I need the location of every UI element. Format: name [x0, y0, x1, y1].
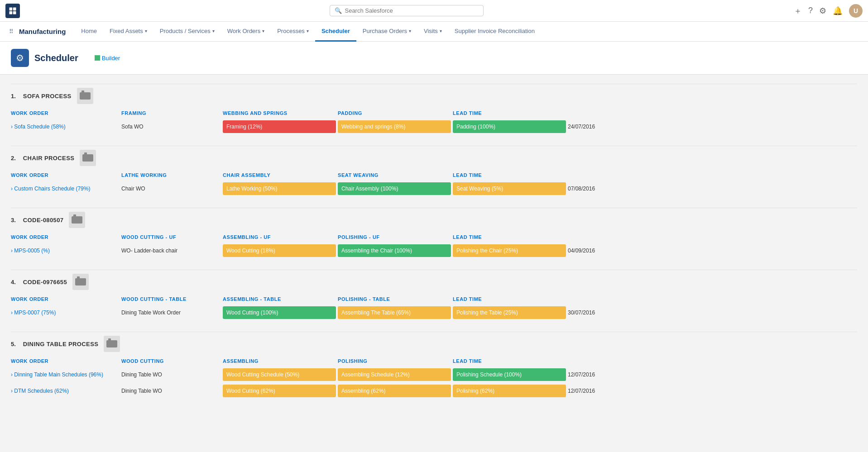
- col-header-2: WEBBING AND SPRINGS: [223, 110, 336, 116]
- search-box[interactable]: 🔍: [330, 5, 484, 16]
- progress-bar-1[interactable]: Wood Cutting (62%): [223, 385, 336, 397]
- process-num: 3.: [11, 217, 16, 224]
- col-headers-4: WORK ORDERWOOD CUTTING - TABLEASSEMBLING…: [11, 294, 857, 305]
- progress-bar-3[interactable]: Polishing the Chair (25%): [453, 244, 566, 257]
- schedule-row: Dinning Table Main Schedules (96%)Dining…: [11, 366, 857, 383]
- schedule-name[interactable]: MPS-0007 (75%): [11, 309, 120, 316]
- page-header: ⚙ Scheduler Builder: [0, 42, 868, 75]
- notification-icon[interactable]: 🔔: [833, 6, 843, 16]
- progress-bar-2[interactable]: Chair Assembly (100%): [338, 182, 451, 195]
- schedule-name[interactable]: Dinning Table Main Schedules (96%): [11, 371, 120, 378]
- col-headers-3: WORK ORDERWOOD CUTTING - UFASSEMBLING - …: [11, 232, 857, 243]
- nav-item-supplier-invoice[interactable]: Supplier Invoice Reconciliation: [448, 22, 541, 42]
- builder-label: Builder: [102, 55, 120, 62]
- nav-item-scheduler[interactable]: Scheduler: [315, 22, 356, 42]
- lead-time: 24/07/2016: [568, 124, 622, 130]
- nav-item-visits[interactable]: Visits ▾: [417, 22, 448, 42]
- col-headers-1: WORK ORDERFRAMINGWEBBING AND SPRINGSPADD…: [11, 108, 857, 119]
- builder-icon: [95, 55, 100, 61]
- help-icon[interactable]: ?: [808, 6, 813, 15]
- progress-bar-3[interactable]: Polishing Schedule (100%): [453, 368, 566, 381]
- topbar: 🔍 ＋ ? ⚙ 🔔 U: [0, 0, 868, 22]
- col-header-0: WORK ORDER: [11, 172, 120, 178]
- builder-button[interactable]: Builder: [95, 55, 120, 62]
- col-header-1: WOOD CUTTING - UF: [121, 234, 221, 240]
- col-header-0: WORK ORDER: [11, 296, 120, 302]
- svg-rect-4: [80, 92, 91, 100]
- svg-rect-7: [84, 152, 87, 155]
- schedule-row: MPS-0007 (75%)Dining Table Work OrderWoo…: [11, 305, 857, 321]
- progress-bar-1[interactable]: Wood Cutting (100%): [223, 306, 336, 319]
- progress-bar-2[interactable]: Assembling (62%): [338, 385, 451, 397]
- process-num: 4.: [11, 279, 16, 285]
- progress-bar-1[interactable]: Wood Cutting (18%): [223, 244, 336, 257]
- svg-rect-5: [82, 90, 84, 93]
- progress-bar-2[interactable]: Assembling The Table (65%): [338, 306, 451, 319]
- svg-rect-13: [108, 338, 111, 341]
- app-name[interactable]: Manufacturing: [19, 28, 75, 35]
- lead-time: 12/07/2016: [568, 388, 622, 394]
- process-thumbnail: [80, 150, 96, 166]
- work-order-cell: Dining Table WO: [121, 388, 221, 394]
- col-header-2: CHAIR ASSEMBLY: [223, 172, 336, 178]
- chevron-down-icon: ▾: [262, 29, 264, 33]
- col-header-4: LEAD TIME: [453, 296, 566, 302]
- search-icon: 🔍: [335, 7, 342, 14]
- process-block-5: 5. DINING TABLE PROCESS WORK ORDERWOOD C…: [11, 332, 857, 399]
- nav-item-processes[interactable]: Processes ▾: [271, 22, 315, 42]
- progress-bar-1[interactable]: Framing (12%): [223, 120, 336, 133]
- col-header-3: PADDING: [338, 110, 451, 116]
- schedule-name[interactable]: Custom Chairs Schedule (79%): [11, 186, 120, 192]
- svg-rect-8: [72, 216, 82, 224]
- process-num: 1.: [11, 93, 16, 100]
- topbar-left: [5, 4, 20, 18]
- process-name: DINING TABLE PROCESS: [23, 341, 98, 347]
- col-header-0: WORK ORDER: [11, 110, 120, 116]
- progress-bar-3[interactable]: Padding (100%): [453, 120, 566, 133]
- process-thumbnail: [77, 88, 93, 104]
- schedule-row: Custom Chairs Schedule (79%)Chair WOLath…: [11, 181, 857, 197]
- progress-bar-2[interactable]: Webbing and springs (8%): [338, 120, 451, 133]
- process-name: CODE-0976655: [23, 279, 67, 285]
- col-header-4: LEAD TIME: [453, 172, 566, 178]
- col-header-1: FRAMING: [121, 110, 221, 116]
- schedule-name[interactable]: Sofa Schedule (58%): [11, 124, 120, 130]
- col-header-1: LATHE WORKING: [121, 172, 221, 178]
- progress-bar-3[interactable]: Polishing the Table (25%): [453, 306, 566, 319]
- schedule-row: MPS-0005 (%)WO- Ladder-back chairWood Cu…: [11, 243, 857, 259]
- col-header-4: LEAD TIME: [453, 110, 566, 116]
- process-name: SOFA PROCESS: [23, 93, 72, 100]
- svg-rect-11: [77, 276, 80, 279]
- schedule-name[interactable]: MPS-0005 (%): [11, 247, 120, 254]
- lead-time: 30/07/2016: [568, 309, 622, 316]
- search-input[interactable]: [345, 7, 479, 14]
- nav-item-home[interactable]: Home: [75, 22, 103, 42]
- col-header-3: POLISHING - TABLE: [338, 296, 451, 302]
- progress-bar-3[interactable]: Seat Weaving (5%): [453, 182, 566, 195]
- lead-time: 12/07/2016: [568, 371, 622, 378]
- progress-bar-2[interactable]: Assembling the Chair (100%): [338, 244, 451, 257]
- svg-rect-0: [10, 7, 13, 10]
- add-icon[interactable]: ＋: [794, 5, 802, 16]
- nav-item-fixed-assets[interactable]: Fixed Assets ▾: [103, 22, 153, 42]
- svg-rect-10: [75, 278, 86, 285]
- nav-item-purchase-orders[interactable]: Purchase Orders ▾: [356, 22, 417, 42]
- progress-bar-2[interactable]: Assembling Schedule (12%): [338, 368, 451, 381]
- app-icon[interactable]: [5, 4, 20, 18]
- navbar: ⠿ Manufacturing Home Fixed Assets ▾ Prod…: [0, 22, 868, 42]
- nav-item-work-orders[interactable]: Work Orders ▾: [221, 22, 271, 42]
- work-order-cell: Dining Table Work Order: [121, 309, 221, 316]
- process-name: CODE-080507: [23, 217, 64, 224]
- waffle-icon[interactable]: ⠿: [4, 22, 19, 42]
- avatar[interactable]: U: [849, 4, 863, 18]
- col-header-2: ASSEMBLING: [223, 358, 336, 364]
- progress-bar-1[interactable]: Lathe Working (50%): [223, 182, 336, 195]
- progress-bar-1[interactable]: Wood Cutting Schedule (50%): [223, 368, 336, 381]
- progress-bar-3[interactable]: Polishing (62%): [453, 385, 566, 397]
- nav-item-products-services[interactable]: Products / Services ▾: [153, 22, 221, 42]
- settings-icon[interactable]: ⚙: [819, 6, 826, 16]
- schedule-name[interactable]: DTM Schedules (62%): [11, 388, 120, 394]
- col-header-1: WOOD CUTTING: [121, 358, 221, 364]
- scheduler-content: 1. SOFA PROCESS WORK ORDERFRAMINGWEBBING…: [0, 75, 868, 419]
- col-header-2: ASSEMBLING - UF: [223, 234, 336, 240]
